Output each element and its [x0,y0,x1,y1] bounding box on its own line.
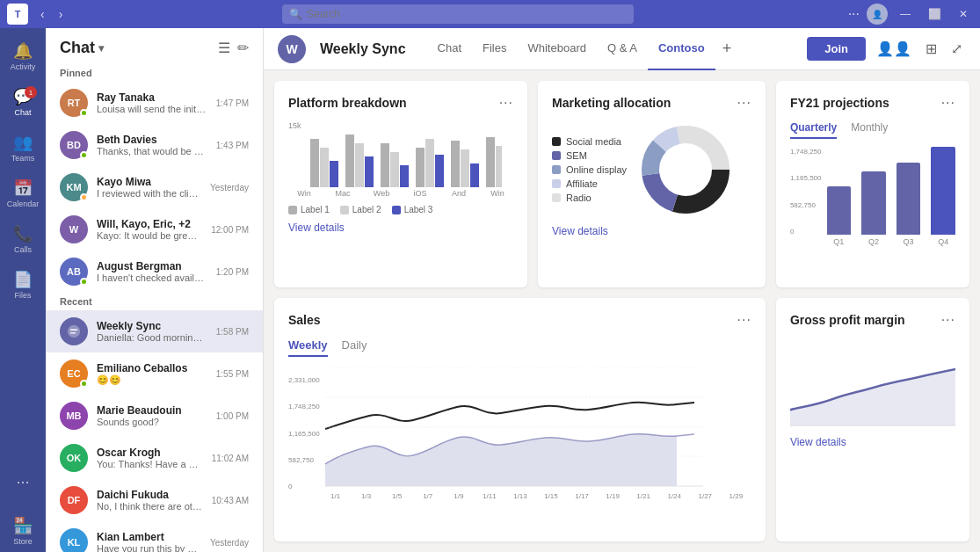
x-label: Mac [327,189,359,198]
list-item[interactable]: MB Marie Beaudouin Sounds good? 1:00 PM [46,395,263,437]
card-header: Sales ··· [288,312,751,328]
fullscreen-icon[interactable]: ⤢ [947,37,966,61]
chat-info: August Bergman I haven't checked availab… [97,260,207,283]
tab-daily[interactable]: Daily [342,338,367,357]
list-item[interactable]: EC Emiliano Ceballos 😊😊 1:55 PM [46,352,263,395]
chat-preview: Louisa will send the initial list of... [97,104,207,114]
user-avatar[interactable]: 👤 [867,4,888,25]
chat-name: Emiliano Ceballos [97,362,207,374]
chat-name: Will, Kayo, Eric, +2 [97,218,202,230]
list-item[interactable]: KL Kian Lambert Have you run this by Bet… [46,521,263,552]
list-item[interactable]: W Will, Kayo, Eric, +2 Kayo: It would be… [46,208,263,251]
chat-name: Beth Davies [97,134,207,146]
list-item[interactable]: DF Daichi Fukuda No, I think there are o… [46,479,263,521]
card-header: Marketing allocation ··· [552,95,751,111]
chat-info: Marie Beaudouin Sounds good? [97,404,207,427]
close-button[interactable]: ✕ [954,6,973,22]
list-item[interactable]: OK Oscar Krogh You: Thanks! Have a nice … [46,437,263,479]
list-item[interactable]: BD Beth Davies Thanks, that would be nic… [46,124,263,166]
chat-preview: You: Thanks! Have a nice weekend [97,459,203,469]
y-label: 1,165,500 [790,174,822,182]
chat-list: Chat ▾ ☰ ✏ Pinned RT Ray Tanaka Louisa w… [46,28,264,552]
list-item[interactable]: Weekly Sync Daniella: Good morning! Here… [46,310,263,352]
card-menu-icon[interactable]: ··· [737,95,751,111]
svg-rect-1 [310,139,319,187]
chat-time: 10:43 AM [212,496,249,505]
x-label: 1/19 [598,492,628,500]
calendar-icon: 📅 [13,178,33,198]
content-area: W Weekly Sync Chat Files Whiteboard Q & … [264,28,980,552]
chat-info: Daichi Fukuda No, I think there are othe… [97,489,203,512]
x-label: 1/11 [474,492,505,500]
filter-icon[interactable]: ☰ [218,40,230,56]
sidebar-item-activity[interactable]: 🔔 Activity [5,35,40,77]
nav-forward-button[interactable]: › [54,4,69,25]
tab-qa[interactable]: Q & A [597,28,648,70]
x-label: And [443,189,475,198]
avatar: KL [60,528,88,552]
sidebar-item-files[interactable]: 📄 Files [5,264,40,306]
participants-icon[interactable]: 👤👤 [873,37,915,61]
tab-whiteboard[interactable]: Whiteboard [517,28,596,70]
legend-item: Social media [552,136,627,147]
maximize-button[interactable]: ⬜ [923,6,947,22]
sidebar-item-chat[interactable]: 💬 Chat 1 [5,81,40,123]
chat-preview: I reviewed with the client on... [97,188,201,199]
view-details-link[interactable]: View details [288,222,513,234]
list-item[interactable]: AB August Bergman I haven't checked avai… [46,251,263,293]
card-title: Sales [288,313,321,327]
bar-group-q3: Q3 [897,163,921,246]
minimize-button[interactable]: — [895,6,916,22]
view-details-link[interactable]: View details [790,436,955,448]
sidebar-item-calendar[interactable]: 📅 Calendar [5,172,40,214]
titlebar-nav: ‹ › [35,4,68,25]
new-chat-icon[interactable]: ✏ [237,40,249,56]
expand-icon[interactable]: ⊞ [922,37,940,61]
marketing-allocation-card: Marketing allocation ··· Social media SE… [538,81,766,287]
more-options-button[interactable]: ··· [848,6,860,22]
tab-contoso[interactable]: Contoso [648,28,715,70]
store-icon: 🏪 [13,516,33,535]
sidebar-label-teams: Teams [11,154,35,163]
chat-name: August Bergman [97,260,207,272]
chat-title[interactable]: Chat ▾ [60,39,104,57]
chat-name: Kayo Miwa [97,176,201,188]
join-button[interactable]: Join [807,37,866,61]
add-tab-button[interactable]: + [715,28,739,70]
sidebar-item-store[interactable]: 🏪 Store [5,510,40,552]
sidebar-label-store: Store [13,537,33,546]
nav-back-button[interactable]: ‹ [35,4,50,25]
view-details-link[interactable]: View details [552,225,751,237]
tab-weekly[interactable]: Weekly [288,338,328,357]
x-label: 1/5 [381,492,412,500]
tab-chat[interactable]: Chat [427,28,472,70]
list-item[interactable]: KM Kayo Miwa I reviewed with the client … [46,166,263,208]
tab-quarterly[interactable]: Quarterly [790,121,837,139]
gross-profit-card: Gross profit margin ··· View details [776,298,969,541]
y-label: 1,748,250 [288,403,320,410]
sidebar-label-calendar: Calendar [7,200,40,208]
chat-time: 11:02 AM [212,454,249,463]
channel-header: W Weekly Sync Chat Files Whiteboard Q & … [264,28,980,70]
card-menu-icon[interactable]: ··· [941,312,955,328]
svg-rect-3 [330,161,338,187]
search-input[interactable] [282,4,634,24]
legend-label: SEM [566,150,587,161]
tab-monthly[interactable]: Monthly [851,121,888,139]
y-label: 582,750 [790,201,822,209]
sidebar-item-teams[interactable]: 👥 Teams [5,127,40,169]
card-menu-icon[interactable]: ··· [499,95,513,111]
card-menu-icon[interactable]: ··· [737,312,751,328]
avatar: RT [60,89,88,117]
sidebar-item-calls[interactable]: 📞 Calls [5,218,40,260]
svg-rect-7 [381,143,389,187]
sidebar-item-more[interactable]: ··· [5,464,40,506]
x-label: 1/27 [690,492,721,500]
tab-files[interactable]: Files [472,28,517,70]
dashboard: Platform breakdown ··· 15k [264,70,980,552]
sidebar-label-activity: Activity [11,62,36,71]
card-menu-icon[interactable]: ··· [941,95,955,111]
list-item[interactable]: RT Ray Tanaka Louisa will send the initi… [46,82,263,124]
channel-avatar: W [278,35,306,63]
svg-rect-6 [365,156,374,187]
